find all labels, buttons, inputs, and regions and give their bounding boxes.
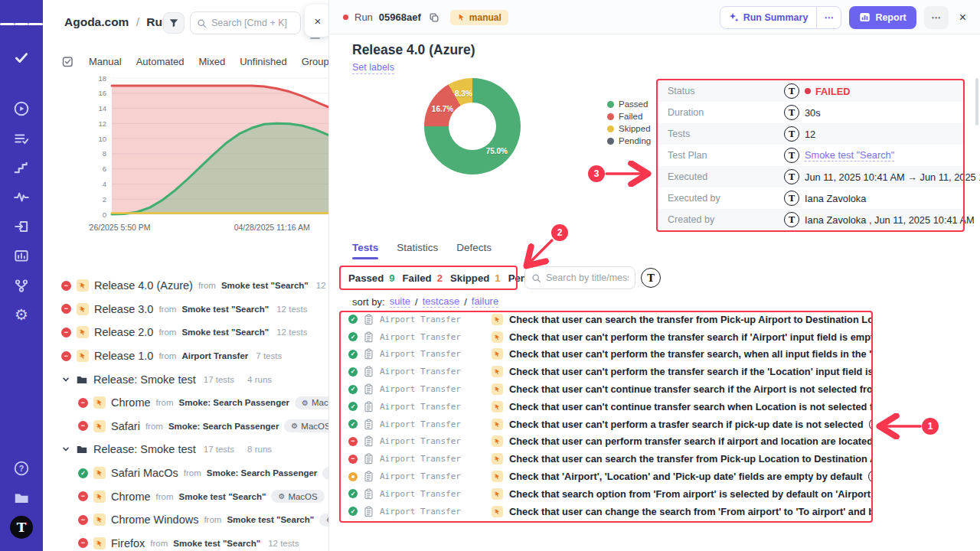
check-icon[interactable] [0, 46, 43, 69]
env-gear-icon: ⚙ [278, 492, 285, 500]
sort-option[interactable]: failure [472, 295, 498, 308]
test-title: Check that user can search the transfer … [509, 314, 873, 325]
manual-run-icon [93, 467, 106, 479]
gear-icon[interactable]: ⚙ [0, 303, 43, 326]
run-list-item[interactable]: Chrome from Smoke test "Search" ⚙MacOS⚙C… [43, 484, 329, 508]
close-run-button[interactable]: × [956, 8, 969, 28]
menu-icon[interactable] [0, 12, 43, 35]
run-list-item[interactable]: Chrome from Smoke: Search Passenger ⚙Mac… [43, 391, 329, 415]
run-meta: 17 tests [204, 375, 234, 384]
sort-option[interactable]: testcase [423, 295, 459, 308]
status-table-row: Executed by T Iana Zavoloka [658, 187, 963, 209]
test-title: Check that user can't perform the transf… [509, 331, 873, 343]
status-table-label: Executed by [658, 193, 784, 204]
run-list-item[interactable]: Release 2.0 from Smoke test "Search" 12 … [43, 321, 329, 344]
runs-search-input[interactable] [211, 18, 294, 28]
run-list-item[interactable]: Release 3.0 from Smoke test "Search" 12 … [43, 298, 329, 321]
test-result-row[interactable]: Airport Transfer Check that user can per… [339, 433, 873, 451]
run-summary-button[interactable]: Run Summary [720, 7, 817, 28]
testomat-logo[interactable]: T [0, 516, 43, 539]
result-counter: Failed2 [403, 272, 443, 284]
import-icon[interactable] [0, 215, 43, 238]
runs-filter-tab[interactable]: Unfinished [240, 56, 286, 67]
breadcrumb-separator: / [136, 15, 139, 28]
test-result-row[interactable]: Airport Transfer Check that user can't c… [339, 398, 873, 416]
runs-filter-tab[interactable]: Automated [136, 56, 185, 67]
run-list-item[interactable]: Firefox from Smoke test "Search" 12 test… [43, 532, 329, 551]
from-label: from [204, 515, 221, 524]
test-result-row[interactable]: Airport Transfer Check that user can't p… [339, 363, 873, 380]
legend-dot [607, 138, 614, 145]
from-label: from [156, 492, 174, 501]
folder-nav-icon[interactable] [0, 487, 43, 510]
close-panel-button[interactable]: × [305, 5, 329, 37]
legend-dot [607, 113, 614, 120]
copy-icon[interactable] [429, 12, 439, 23]
play-circle-icon[interactable] [0, 97, 43, 120]
manual-test-icon [492, 314, 503, 325]
assignee-filter-avatar[interactable]: T [641, 268, 661, 288]
runs-panel: Agoda.com / Runs × ManualAutomatedMixedU… [43, 0, 329, 551]
assignee-avatar: T [868, 470, 873, 483]
sort-option[interactable]: suite [390, 295, 410, 308]
run-detail-tab[interactable]: Defects [456, 242, 492, 259]
main-scrollbar[interactable] [975, 78, 978, 126]
test-result-row[interactable]: Airport Transfer Check that user can't p… [339, 346, 873, 364]
test-suite-name: Airport Transfer [380, 402, 485, 412]
run-list-item[interactable]: Release: Smoke test from 17 tests 4 runs [43, 367, 329, 391]
manual-badge: manual [450, 10, 508, 25]
run-list-item[interactable]: Release 4.0 (Azure) from Smoke test "Sea… [43, 274, 329, 298]
test-result-row[interactable]: Airport Transfer Check that user can sea… [339, 311, 873, 328]
pulse-icon[interactable] [0, 185, 43, 208]
report-button[interactable]: Report [849, 6, 916, 29]
result-counter: Skipped1 [450, 272, 501, 284]
tests-search[interactable] [524, 266, 635, 289]
filter-button[interactable] [163, 12, 185, 34]
test-result-row[interactable]: Airport Transfer Check that user can't c… [339, 380, 873, 398]
chevron-down-icon[interactable] [61, 445, 70, 454]
test-result-row[interactable]: Airport Transfer Check that search optio… [339, 485, 873, 503]
test-result-row[interactable]: Airport Transfer Check that user can cha… [339, 503, 873, 520]
test-result-row[interactable]: Airport Transfer Check that user can't p… [339, 416, 873, 433]
runs-filter-tab[interactable]: Manual [89, 56, 122, 67]
chevron-down-icon[interactable] [61, 375, 70, 384]
steps-icon[interactable] [0, 156, 43, 179]
analytics-icon[interactable] [0, 244, 43, 267]
test-result-row[interactable]: Airport Transfer Check that 'Airport', '… [339, 468, 873, 485]
from-label: from [145, 422, 163, 431]
select-runs-icon[interactable] [61, 55, 74, 68]
run-detail-tab[interactable]: Statistics [397, 242, 438, 259]
runs-filter-tab[interactable]: Groups [302, 56, 329, 67]
test-suite-name: Airport Transfer [380, 349, 485, 359]
user-avatar: T [784, 148, 799, 163]
env-chips: ⚙MacOS⚙Safari [284, 419, 329, 432]
test-result-row[interactable]: Airport Transfer Check that user can sea… [339, 450, 873, 468]
run-list: Release 4.0 (Azure) from Smoke test "Sea… [43, 274, 329, 551]
run-list-item[interactable]: Chrome Windows from Smoke test "Search" … [43, 508, 329, 532]
run-summary-more-button[interactable]: ⋯ [816, 7, 841, 28]
run-list-item[interactable]: Release: Smoke test from 17 tests 8 runs [43, 438, 329, 461]
test-title: Check that user can change the search fr… [509, 506, 873, 517]
env-chip: ⚙MacOS [284, 419, 329, 432]
more-actions-button[interactable]: ⋯ [924, 6, 949, 29]
status-table-value: 30s [805, 107, 821, 119]
clipboard-icon [364, 471, 374, 482]
tests-search-input[interactable] [546, 272, 629, 283]
runs-filter-tabs: ManualAutomatedMixedUnfinishedGroups [61, 55, 329, 68]
runs-search[interactable] [190, 11, 301, 34]
run-list-item[interactable]: Safari from Smoke: Search Passenger ⚙Mac… [43, 415, 329, 439]
runs-filter-tab[interactable]: Mixed [199, 56, 226, 67]
test-result-row[interactable]: Airport Transfer Check that user can't p… [339, 328, 873, 346]
branch-icon[interactable] [0, 274, 43, 297]
app-sidebar: ⚙ ? T [0, 0, 43, 551]
help-icon[interactable]: ? [0, 457, 43, 480]
run-list-item[interactable]: Safari MacOs from Smoke: Search Passenge… [43, 461, 329, 485]
run-detail-tab[interactable]: Tests [352, 242, 378, 259]
breadcrumb-project[interactable]: Agoda.com [64, 15, 129, 28]
run-plan-name: Smoke: Search Passenger [168, 422, 279, 431]
test-status-icon [348, 350, 358, 359]
runs-list-icon[interactable] [0, 127, 43, 150]
set-labels-link[interactable]: Set labels [352, 62, 394, 74]
manual-run-icon [93, 514, 106, 526]
run-list-item[interactable]: Release 1.0 from Airport Transfer 7 test… [43, 344, 329, 368]
